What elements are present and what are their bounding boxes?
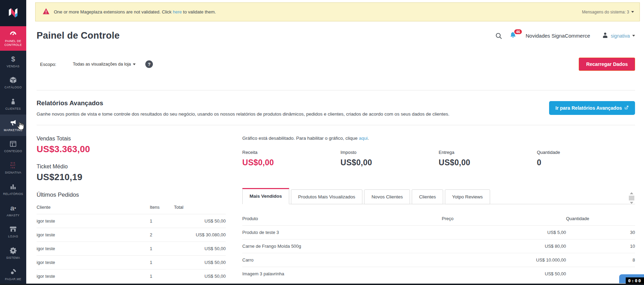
table-row[interactable]: igor teste 1 US$ 50,00 bbox=[37, 269, 226, 283]
search-icon[interactable] bbox=[495, 32, 502, 40]
advanced-reports-description: Ganhe novos pontos de vista e tome contr… bbox=[37, 111, 541, 117]
sidebar-item-relatorios[interactable]: RELATÓRIOS bbox=[0, 179, 26, 200]
sidebar-item-lojas[interactable]: LOJAS bbox=[0, 221, 26, 243]
metrics-row: Receita US$0,00 Imposto US$0,00 Entrega … bbox=[242, 150, 635, 167]
gear-icon bbox=[9, 246, 17, 255]
sidebar-item-clientes[interactable]: CLIENTES bbox=[0, 94, 26, 115]
bar-chart-icon bbox=[9, 183, 17, 191]
sidebar-item-catalogo[interactable]: CATÁLOGO bbox=[0, 72, 26, 94]
sidebar-item-painel-de-controle[interactable]: PAINEL DE CONTROLE bbox=[0, 26, 26, 51]
caret-down-icon bbox=[631, 11, 634, 13]
recording-timer: 0:00 bbox=[626, 277, 644, 284]
tab-clientes[interactable]: Clientes bbox=[412, 189, 443, 204]
mini-scrollbar bbox=[629, 192, 634, 204]
tab-novos-clientes[interactable]: Novos Clientes bbox=[364, 189, 410, 204]
page-header: Painel de Controle 46 Novidades SignaCom… bbox=[26, 21, 644, 41]
tab-produtos-mais-visualizados[interactable]: Produtos Mais Visualizados bbox=[291, 189, 363, 204]
total-sales-label: Vendas Totais bbox=[37, 136, 226, 142]
table-row[interactable]: Produto de teste 3 US$ 5,00 30 bbox=[242, 226, 635, 239]
store-view-switcher[interactable]: Todas as visualizações da loja bbox=[73, 62, 136, 67]
scroll-down-icon[interactable] bbox=[630, 202, 633, 204]
help-icon[interactable]: ? bbox=[145, 60, 153, 68]
system-messages-dropdown[interactable]: Mensagens do sistema: 3 bbox=[582, 10, 634, 14]
table-row[interactable]: igor teste 1 US$ 50,00 bbox=[37, 242, 226, 256]
reload-data-button[interactable]: Recarregar Dados bbox=[579, 58, 635, 71]
sidebar-item-label: SISTEMA bbox=[6, 256, 21, 260]
metric-quantidade: Quantidade 0 bbox=[537, 150, 635, 167]
validation-warning-banner: One or more Mageplaza extensions are not… bbox=[35, 2, 640, 21]
validate-here-link[interactable]: here bbox=[173, 9, 182, 14]
bestsellers-table: Produto Preço Quantidade Produto de test… bbox=[242, 213, 635, 281]
magento-logo[interactable] bbox=[0, 0, 26, 26]
sidebar-item-label: CLIENTES bbox=[5, 107, 22, 111]
sidebar-item-pagarme[interactable]: PAGAR.ME bbox=[0, 264, 26, 285]
pagarme-logo-icon bbox=[9, 268, 17, 276]
user-menu[interactable]: signativa bbox=[602, 32, 635, 40]
sidebar-item-conteudo[interactable]: CONTEÚDO bbox=[0, 136, 26, 157]
page-title: Painel de Controle bbox=[37, 30, 495, 41]
table-row[interactable]: Imagem 3 palavrinha US$ 50,00 bbox=[242, 267, 635, 281]
column-header-preco[interactable]: Preço bbox=[442, 213, 566, 226]
dashboard-body: Vendas Totais US$3.363,00 Ticket Médio U… bbox=[26, 125, 644, 283]
header-actions: 46 Novidades SignaCommerce signativa bbox=[495, 31, 635, 40]
signativa-logo-icon: SIG NAT IVA bbox=[10, 161, 16, 169]
tab-yotpo-reviews[interactable]: Yotpo Reviews bbox=[445, 189, 490, 204]
sidebar-item-label: VENDAS bbox=[6, 65, 20, 68]
scope-label: Escopo: bbox=[40, 62, 56, 67]
sidebar-item-sistema[interactable]: SISTEMA bbox=[0, 243, 26, 264]
table-row[interactable]: igor teste 2 US$ 30.080,00 bbox=[37, 228, 226, 242]
dollar-icon: $ bbox=[11, 55, 15, 63]
column-header-cliente[interactable]: Cliente bbox=[37, 201, 150, 214]
megaphone-icon bbox=[9, 119, 17, 127]
bestsellers-panel: Produto Preço Quantidade Produto de test… bbox=[242, 213, 635, 281]
advanced-reports-text: Relatórios Avançados Ganhe novos pontos … bbox=[37, 99, 541, 117]
enable-chart-link[interactable]: aqui bbox=[359, 136, 368, 141]
table-header-row: Produto Preço Quantidade bbox=[242, 213, 635, 226]
column-header-produto[interactable]: Produto bbox=[242, 213, 442, 226]
column-header-total[interactable]: Total bbox=[174, 201, 226, 214]
table-header-row: Cliente Itens Total bbox=[37, 201, 226, 214]
avg-ticket-label: Ticket Médio bbox=[37, 164, 226, 170]
column-header-itens[interactable]: Itens bbox=[150, 201, 174, 214]
scrollbar-thumb[interactable] bbox=[629, 196, 634, 200]
table-row[interactable]: igor teste 1 US$ 50,00 bbox=[37, 214, 226, 228]
sidebar-item-label: PAGAR.ME bbox=[4, 277, 22, 281]
package-box-icon bbox=[9, 76, 17, 84]
sidebar-item-marketing[interactable]: MARKETING bbox=[0, 115, 26, 136]
sidebar-item-label: SIGNATIVA bbox=[4, 171, 22, 175]
total-sales-value: US$3.363,00 bbox=[37, 144, 226, 155]
metric-receita: Receita US$0,00 bbox=[242, 150, 341, 167]
last-orders-title: Últimos Pedidos bbox=[37, 191, 226, 198]
sidebar-item-label: LOJAS bbox=[8, 235, 19, 238]
sidebar-item-signativa[interactable]: SIG NAT IVA SIGNATIVA bbox=[0, 157, 26, 179]
avg-ticket-value: US$210,19 bbox=[37, 172, 226, 183]
table-row[interactable]: igor teste 1 US$ 50,00 bbox=[37, 256, 226, 269]
scroll-up-icon[interactable] bbox=[630, 192, 633, 194]
sidebar: PAINEL DE CONTROLE $ VENDAS CATÁLOGO CLI… bbox=[0, 0, 26, 285]
user-name: signativa bbox=[611, 33, 630, 39]
amasty-logo-icon: a bbox=[10, 204, 16, 212]
bell-icon bbox=[509, 34, 517, 40]
sidebar-item-amasty[interactable]: a AMASTY bbox=[0, 200, 26, 221]
magento-admin-app: PAINEL DE CONTROLE $ VENDAS CATÁLOGO CLI… bbox=[0, 0, 644, 285]
go-to-advanced-reports-button[interactable]: Ir para Relatórios Avançados bbox=[549, 101, 635, 115]
sidebar-item-label: CATÁLOGO bbox=[4, 86, 22, 89]
sidebar-item-label: CONTEÚDO bbox=[3, 149, 23, 153]
storefront-icon bbox=[9, 225, 17, 233]
caret-down-icon bbox=[133, 63, 136, 65]
column-header-quantidade[interactable]: Quantidade bbox=[566, 213, 635, 226]
magento-n-logo-icon bbox=[7, 6, 19, 20]
caret-down-icon bbox=[632, 35, 635, 37]
table-row[interactable]: Carne de Frango Moída 500g US$ 80,00 10 bbox=[242, 239, 635, 253]
warning-triangle-icon bbox=[42, 8, 50, 16]
tab-mais-vendidos[interactable]: Mais Vendidos bbox=[242, 188, 289, 204]
sidebar-item-vendas[interactable]: $ VENDAS bbox=[0, 51, 26, 72]
sidebar-item-label: RELATÓRIOS bbox=[2, 192, 24, 196]
advanced-reports-section: Relatórios Avançados Ganhe novos pontos … bbox=[26, 90, 644, 117]
dashboard-gauge-icon bbox=[9, 30, 17, 38]
scope-row: Escopo: Todas as visualizações da loja ?… bbox=[26, 41, 644, 71]
notifications-bell[interactable]: 46 bbox=[509, 31, 517, 40]
table-row[interactable]: Carro US$ 10.000,00 8 bbox=[242, 253, 635, 267]
dashboard-right-column: Gráfico está desabilitado. Para habilita… bbox=[242, 136, 635, 283]
news-link[interactable]: Novidades SignaCommerce bbox=[526, 33, 590, 39]
